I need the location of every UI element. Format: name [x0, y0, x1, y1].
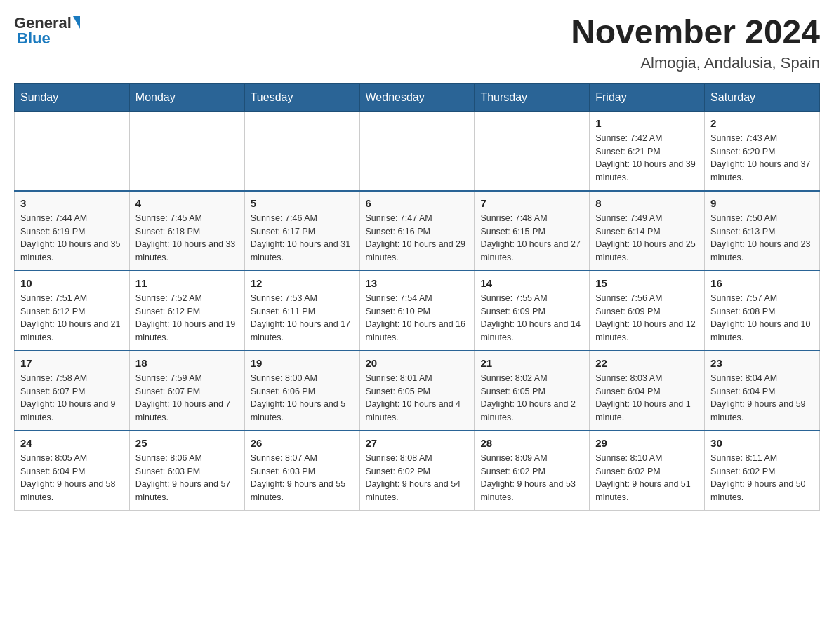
calendar-cell: 21Sunrise: 8:02 AMSunset: 6:05 PMDayligh…	[475, 351, 590, 431]
day-info: Sunrise: 7:53 AMSunset: 6:11 PMDaylight:…	[251, 292, 354, 344]
calendar-cell: 25Sunrise: 8:06 AMSunset: 6:03 PMDayligh…	[129, 431, 244, 511]
calendar-table: SundayMondayTuesdayWednesdayThursdayFrid…	[14, 83, 820, 511]
title-section: November 2024 Almogia, Andalusia, Spain	[571, 14, 820, 72]
calendar-cell: 1Sunrise: 7:42 AMSunset: 6:21 PMDaylight…	[590, 111, 705, 191]
day-number: 17	[20, 357, 124, 369]
month-title: November 2024	[571, 14, 820, 51]
calendar-cell: 6Sunrise: 7:47 AMSunset: 6:16 PMDaylight…	[359, 191, 475, 271]
calendar-cell	[129, 111, 244, 191]
calendar-week-row: 17Sunrise: 7:58 AMSunset: 6:07 PMDayligh…	[15, 351, 820, 431]
calendar-week-row: 3Sunrise: 7:44 AMSunset: 6:19 PMDaylight…	[15, 191, 820, 271]
calendar-cell: 12Sunrise: 7:53 AMSunset: 6:11 PMDayligh…	[244, 271, 359, 351]
calendar-cell: 5Sunrise: 7:46 AMSunset: 6:17 PMDaylight…	[244, 191, 359, 271]
day-number: 6	[366, 197, 469, 209]
day-info: Sunrise: 7:42 AMSunset: 6:21 PMDaylight:…	[595, 132, 699, 185]
day-info: Sunrise: 7:47 AMSunset: 6:16 PMDaylight:…	[366, 212, 469, 264]
column-header-tuesday: Tuesday	[244, 83, 359, 111]
day-info: Sunrise: 8:08 AMSunset: 6:02 PMDaylight:…	[366, 452, 469, 504]
day-number: 30	[710, 437, 814, 449]
calendar-cell: 15Sunrise: 7:56 AMSunset: 6:09 PMDayligh…	[590, 271, 705, 351]
day-info: Sunrise: 7:43 AMSunset: 6:20 PMDaylight:…	[710, 132, 814, 185]
column-header-wednesday: Wednesday	[359, 83, 475, 111]
day-info: Sunrise: 8:03 AMSunset: 6:04 PMDaylight:…	[595, 372, 699, 424]
day-info: Sunrise: 8:00 AMSunset: 6:06 PMDaylight:…	[251, 372, 354, 424]
calendar-cell: 16Sunrise: 7:57 AMSunset: 6:08 PMDayligh…	[705, 271, 820, 351]
calendar-cell: 3Sunrise: 7:44 AMSunset: 6:19 PMDaylight…	[15, 191, 130, 271]
day-number: 25	[135, 437, 239, 449]
day-info: Sunrise: 8:04 AMSunset: 6:04 PMDaylight:…	[710, 372, 814, 424]
calendar-week-row: 1Sunrise: 7:42 AMSunset: 6:21 PMDaylight…	[15, 111, 820, 191]
calendar-cell: 24Sunrise: 8:05 AMSunset: 6:04 PMDayligh…	[15, 431, 130, 511]
calendar-cell	[359, 111, 475, 191]
calendar-cell: 11Sunrise: 7:52 AMSunset: 6:12 PMDayligh…	[129, 271, 244, 351]
day-number: 11	[135, 277, 239, 289]
calendar-cell: 17Sunrise: 7:58 AMSunset: 6:07 PMDayligh…	[15, 351, 130, 431]
day-number: 27	[366, 437, 469, 449]
calendar-cell: 10Sunrise: 7:51 AMSunset: 6:12 PMDayligh…	[15, 271, 130, 351]
day-number: 16	[710, 277, 814, 289]
calendar-cell	[15, 111, 130, 191]
day-info: Sunrise: 7:49 AMSunset: 6:14 PMDaylight:…	[595, 212, 699, 264]
calendar-cell: 4Sunrise: 7:45 AMSunset: 6:18 PMDaylight…	[129, 191, 244, 271]
day-number: 18	[135, 357, 239, 369]
day-info: Sunrise: 8:02 AMSunset: 6:05 PMDaylight:…	[480, 372, 583, 424]
page-header: General Blue November 2024 Almogia, Anda…	[14, 14, 820, 72]
day-info: Sunrise: 7:56 AMSunset: 6:09 PMDaylight:…	[595, 292, 699, 344]
calendar-cell	[244, 111, 359, 191]
day-number: 12	[251, 277, 354, 289]
day-number: 19	[251, 357, 354, 369]
calendar-cell: 9Sunrise: 7:50 AMSunset: 6:13 PMDaylight…	[705, 191, 820, 271]
calendar-cell: 2Sunrise: 7:43 AMSunset: 6:20 PMDaylight…	[705, 111, 820, 191]
calendar-cell: 7Sunrise: 7:48 AMSunset: 6:15 PMDaylight…	[475, 191, 590, 271]
calendar-cell: 19Sunrise: 8:00 AMSunset: 6:06 PMDayligh…	[244, 351, 359, 431]
logo: General Blue	[14, 14, 80, 48]
day-info: Sunrise: 7:52 AMSunset: 6:12 PMDaylight:…	[135, 292, 239, 344]
calendar-cell: 29Sunrise: 8:10 AMSunset: 6:02 PMDayligh…	[590, 431, 705, 511]
day-info: Sunrise: 7:46 AMSunset: 6:17 PMDaylight:…	[251, 212, 354, 264]
column-header-sunday: Sunday	[15, 83, 130, 111]
day-number: 5	[251, 197, 354, 209]
day-number: 15	[595, 277, 699, 289]
day-info: Sunrise: 8:10 AMSunset: 6:02 PMDaylight:…	[595, 452, 699, 504]
day-info: Sunrise: 8:05 AMSunset: 6:04 PMDaylight:…	[20, 452, 124, 504]
day-number: 3	[20, 197, 124, 209]
logo-blue: Blue	[17, 29, 51, 48]
calendar-cell: 26Sunrise: 8:07 AMSunset: 6:03 PMDayligh…	[244, 431, 359, 511]
day-info: Sunrise: 8:07 AMSunset: 6:03 PMDaylight:…	[251, 452, 354, 504]
calendar-cell: 8Sunrise: 7:49 AMSunset: 6:14 PMDaylight…	[590, 191, 705, 271]
calendar-cell: 20Sunrise: 8:01 AMSunset: 6:05 PMDayligh…	[359, 351, 475, 431]
day-info: Sunrise: 7:59 AMSunset: 6:07 PMDaylight:…	[135, 372, 239, 424]
calendar-cell: 18Sunrise: 7:59 AMSunset: 6:07 PMDayligh…	[129, 351, 244, 431]
calendar-cell: 28Sunrise: 8:09 AMSunset: 6:02 PMDayligh…	[475, 431, 590, 511]
column-header-thursday: Thursday	[475, 83, 590, 111]
day-info: Sunrise: 7:58 AMSunset: 6:07 PMDaylight:…	[20, 372, 124, 424]
day-info: Sunrise: 8:09 AMSunset: 6:02 PMDaylight:…	[480, 452, 583, 504]
calendar-cell: 27Sunrise: 8:08 AMSunset: 6:02 PMDayligh…	[359, 431, 475, 511]
day-number: 13	[366, 277, 469, 289]
day-number: 7	[480, 197, 583, 209]
logo-triangle-icon	[73, 16, 80, 29]
day-number: 26	[251, 437, 354, 449]
day-number: 4	[135, 197, 239, 209]
day-info: Sunrise: 8:06 AMSunset: 6:03 PMDaylight:…	[135, 452, 239, 504]
day-info: Sunrise: 7:48 AMSunset: 6:15 PMDaylight:…	[480, 212, 583, 264]
column-header-monday: Monday	[129, 83, 244, 111]
day-info: Sunrise: 7:50 AMSunset: 6:13 PMDaylight:…	[710, 212, 814, 264]
calendar-cell: 13Sunrise: 7:54 AMSunset: 6:10 PMDayligh…	[359, 271, 475, 351]
day-info: Sunrise: 7:54 AMSunset: 6:10 PMDaylight:…	[366, 292, 469, 344]
day-number: 24	[20, 437, 124, 449]
calendar-cell	[475, 111, 590, 191]
day-info: Sunrise: 7:44 AMSunset: 6:19 PMDaylight:…	[20, 212, 124, 264]
calendar-cell: 30Sunrise: 8:11 AMSunset: 6:02 PMDayligh…	[705, 431, 820, 511]
day-number: 14	[480, 277, 583, 289]
day-info: Sunrise: 7:57 AMSunset: 6:08 PMDaylight:…	[710, 292, 814, 344]
day-number: 29	[595, 437, 699, 449]
day-number: 9	[710, 197, 814, 209]
calendar-week-row: 10Sunrise: 7:51 AMSunset: 6:12 PMDayligh…	[15, 271, 820, 351]
location: Almogia, Andalusia, Spain	[571, 54, 820, 72]
day-number: 28	[480, 437, 583, 449]
calendar-cell: 22Sunrise: 8:03 AMSunset: 6:04 PMDayligh…	[590, 351, 705, 431]
day-info: Sunrise: 8:01 AMSunset: 6:05 PMDaylight:…	[366, 372, 469, 424]
calendar-cell: 14Sunrise: 7:55 AMSunset: 6:09 PMDayligh…	[475, 271, 590, 351]
calendar-header-row: SundayMondayTuesdayWednesdayThursdayFrid…	[15, 83, 820, 111]
